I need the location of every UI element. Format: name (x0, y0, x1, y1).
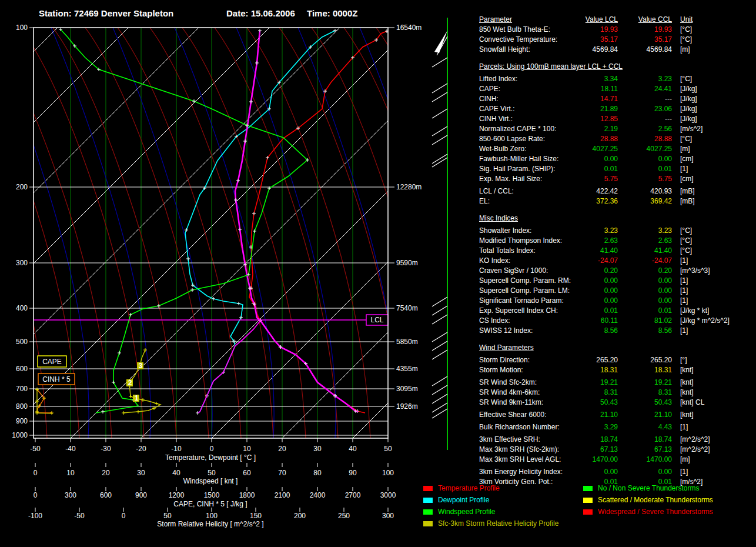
value-lcl: 0.00 (567, 276, 618, 285)
legend-item: Temperature Profile (423, 482, 558, 494)
header-parameter: Parameter (479, 15, 567, 24)
cape-tick-label: 900 (135, 491, 147, 499)
value-ccl: 18.74 (618, 435, 672, 444)
srh-tick-label: -50 (74, 512, 85, 520)
value-ccl: 265.20 (618, 355, 672, 365)
cape-tick-label: 3000 (380, 491, 396, 499)
header-value-lcl: Value LCL (567, 15, 618, 24)
param-label: Sig. Hail Param. (SHIP): (479, 164, 567, 174)
height-label: 12280m (396, 183, 422, 191)
windspeed-tick-label: 100 (382, 469, 394, 477)
param-label: CINH Virt.: (479, 114, 567, 124)
unit-label: [m] (672, 45, 753, 54)
legend-swatch (423, 509, 433, 515)
value-lcl: 2.63 (567, 236, 618, 245)
windspeed-tick-label: 30 (137, 469, 145, 477)
table-row: 3km Effective SRH:18.7418.74[m^2/s^2] (479, 435, 753, 445)
value-lcl: 50.43 (567, 398, 618, 407)
pressure-label: 600 (16, 365, 28, 373)
value-lcl: 3.23 (567, 226, 618, 235)
table-row: CAPE:18.1124.41[J/kg] (479, 84, 753, 94)
value-ccl: 0.00 (618, 286, 672, 295)
param-label: SR Wind Sfc-2km: (479, 378, 567, 387)
windspeed-tick-label: 20 (102, 469, 110, 477)
table-row: Wet-Bulb Zero:4027.254027.25[m] (479, 144, 753, 154)
value-lcl: 0.01 (567, 306, 618, 315)
table-row: Lifted Index:3.343.23[°C] (479, 74, 753, 84)
srh-marker-label: 3 (139, 362, 143, 370)
table-row: Effective Shear 6000:21.1021.10[knt] (479, 410, 753, 420)
height-label: 7540m (396, 304, 418, 312)
cape-tick-label: 2700 (345, 491, 361, 499)
temperature-tick-label: -10 (171, 445, 182, 453)
temperature-tick-label: 50 (384, 445, 392, 453)
table-row: Sig. Hail Param. (SHIP):0.010.01[1] (479, 164, 753, 174)
value-lcl: 3.34 (567, 74, 618, 84)
value-ccl: 0.01 (618, 306, 672, 315)
value-ccl: 35.17 (618, 35, 672, 44)
unit-label: [°C] (672, 35, 753, 44)
value-lcl: 21.10 (567, 410, 618, 419)
legend-label: Dewpoint Profile (438, 496, 489, 504)
temperature-axis-title: Temperature, Dewpoint [ °C ] (165, 453, 256, 462)
legend-item: No / Non Severe Thunderstorms (583, 482, 713, 494)
param-label: CAPE: (479, 84, 567, 94)
unit-label: [knt] (672, 378, 753, 387)
value-ccl: 4027.25 (618, 144, 672, 154)
unit-label: [J/kg * kt] (672, 306, 753, 315)
legend-swatch (423, 521, 433, 526)
windspeed-axis-title: Windspeed [ knt ] (183, 477, 238, 485)
legend-label: Temperature Profile (438, 484, 500, 492)
param-label: Convective Temperature: (479, 35, 567, 44)
unit-label: [1] (672, 422, 753, 432)
value-lcl: 4027.25 (567, 144, 618, 154)
value-lcl: 35.17 (567, 35, 618, 44)
legend-item: Sfc-3km Storm Relative Helicity Profile (423, 518, 558, 529)
pressure-label: 300 (16, 259, 28, 267)
legend-thunderstorms: No / Non Severe ThunderstormsScattered /… (583, 482, 713, 518)
srh-tick-label: -100 (28, 512, 42, 520)
table-row: EL:372.36369.42[mB] (479, 196, 753, 206)
unit-label: [°C] (672, 236, 753, 245)
table-row: Max 3km SRH Level AGL:1470.001470.00[m] (479, 455, 753, 465)
cinh-box-label: CINH * 5 (42, 375, 71, 383)
value-lcl: 18.31 (567, 365, 618, 375)
value-lcl: 19.93 (567, 25, 618, 34)
legend-swatch (423, 486, 433, 491)
value-lcl: 4569.84 (567, 45, 618, 54)
unit-label: [1] (672, 326, 753, 335)
cape-tick-label: 0 (34, 491, 38, 499)
value-lcl: 60.11 (567, 316, 618, 325)
table-row: 3km Energy Helicity Index:0.000.00[1] (479, 467, 753, 477)
param-label: 3km Effective SRH: (479, 435, 567, 444)
height-label: 16540m (396, 24, 422, 32)
pressure-label: 800 (16, 402, 28, 411)
srh-tick-label: 100 (206, 512, 218, 520)
param-label: Craven SigSvr / 1000: (479, 266, 567, 275)
value-lcl: 0.01 (567, 164, 618, 174)
value-lcl: 21.89 (567, 104, 618, 114)
param-label: KO Index: (479, 256, 567, 265)
axis-labels: -50-40-30-20-1001020304050Temperature, D… (28, 438, 396, 528)
param-label: SR Wind 9km-11km: (479, 398, 567, 407)
unit-label: [m/s^2] (672, 124, 753, 134)
table-row: 850 Wet Bulb Theta-E:19.9319.93[°C] (479, 25, 753, 35)
param-label: Bulk Richardson Number: (479, 422, 567, 432)
section-title: Wind Parameters (479, 343, 534, 352)
value-ccl: 19.21 (618, 378, 672, 387)
temperature-tick-label: -50 (30, 445, 41, 453)
param-label: Fawbush-Miller Hail Size: (479, 154, 567, 164)
table-row: Bulk Richardson Number:3.294.43[1] (479, 422, 753, 432)
table-row: CINH Virt.:12.85---[J/kg] (479, 114, 753, 124)
lcl-box-label: LCL (370, 316, 383, 324)
unit-label: [J/kg] (672, 114, 753, 124)
value-ccl: 4.43 (618, 422, 672, 432)
value-lcl: 372.36 (567, 196, 618, 206)
value-ccl: 0.00 (618, 276, 672, 285)
unit-label: [°C] (672, 74, 753, 84)
unit-label: [m^2/s^2] (672, 445, 753, 454)
value-ccl: 81.02 (618, 316, 672, 325)
table-row: SR Wind 4km-6km:8.318.31[knt] (479, 388, 753, 398)
value-ccl: 23.06 (618, 104, 672, 114)
unit-label: [°] (672, 355, 753, 365)
